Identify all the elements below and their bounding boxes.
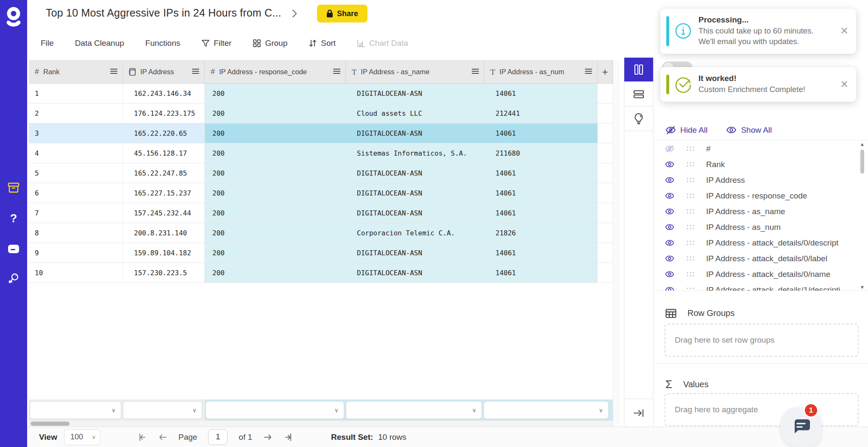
add-column-button[interactable]: + [598,61,613,83]
cell[interactable]: 2 [29,103,123,123]
eye-icon[interactable] [665,271,675,278]
cell[interactable]: 9 [29,243,123,263]
menu-data-cleanup[interactable]: Data Cleanup [75,39,124,48]
eye-off-icon[interactable] [665,145,675,153]
column-visibility-item[interactable]: IP Address - as_name [654,204,868,219]
cell[interactable]: 200 [205,263,346,282]
scroll-down-icon[interactable]: ▼ [860,285,865,290]
cell[interactable]: 21826 [484,223,598,243]
share-button[interactable]: Share [317,5,367,22]
cell[interactable]: 176.124.223.175 [123,103,205,123]
cell[interactable]: DIGITALOCEAN-ASN [346,203,484,223]
drag-handle-icon[interactable] [687,271,695,277]
tab-ideas[interactable] [624,106,653,131]
api-key-icon[interactable] [7,272,20,285]
drag-handle-icon[interactable] [687,287,695,291]
cell[interactable]: 45.156.128.17 [123,143,205,163]
horizontal-scrollbar-thumb[interactable] [31,422,70,426]
filter-dropdown-as-name[interactable]: ∨ [346,401,482,419]
table-row[interactable]: 6165.227.15.237200DIGITALOCEAN-ASN14061 [29,183,613,203]
close-icon[interactable]: ✕ [840,26,849,36]
eye-icon[interactable] [665,176,675,184]
drag-handle-icon[interactable] [687,193,695,198]
filter-dropdown-response-code[interactable]: ∨ [206,401,344,419]
eye-icon[interactable] [665,255,675,263]
cell[interactable]: DIGITALOCEAN-ASN [346,84,484,103]
column-menu-icon[interactable] [110,68,117,76]
cell[interactable]: DIGITALOCEAN-ASN [346,163,484,183]
cell[interactable]: 200 [205,143,346,163]
cell[interactable]: 162.243.146.34 [123,84,205,103]
column-visibility-item[interactable]: # [654,141,868,156]
page-size-select[interactable]: 100 ∨ [64,429,100,445]
cell[interactable]: 14061 [484,163,598,183]
column-visibility-item[interactable]: IP Address - attack_details/0/label [654,251,868,266]
column-visibility-item[interactable]: IP Address [654,172,868,188]
cell[interactable]: 200 [205,223,346,243]
scroll-up-icon[interactable]: ▲ [860,142,865,147]
column-visibility-item[interactable]: IP Address - attack_details/0/descript [654,235,868,251]
cell[interactable]: 165.22.220.65 [123,123,205,143]
cell[interactable]: Corporacion Telemic C.A. [346,223,484,243]
cell[interactable]: 200 [205,203,346,223]
gigasheet-logo-icon[interactable] [5,5,22,31]
cell[interactable]: 200 [205,243,346,263]
drag-handle-icon[interactable] [687,146,695,151]
cell[interactable]: 200 [205,123,346,143]
close-icon[interactable]: ✕ [840,79,849,89]
drag-handle-icon[interactable] [687,162,695,167]
archive-box-icon[interactable] [7,182,20,194]
cell[interactable]: 3 [29,123,123,143]
eye-icon[interactable] [665,192,675,200]
eye-icon[interactable] [665,161,675,168]
drag-handle-icon[interactable] [687,240,695,246]
cell[interactable]: DIGITALOCEAN-ASN [346,263,484,282]
cell[interactable]: 200.8.231.140 [123,223,205,243]
first-page-button[interactable] [138,433,147,441]
menu-functions[interactable]: Functions [145,39,180,48]
feedback-card-icon[interactable] [7,243,20,255]
table-row[interactable]: 445.156.128.17200Sistemas Informaticos, … [29,143,613,163]
cell[interactable]: 6 [29,183,123,203]
cell[interactable]: 8 [29,223,123,243]
cell[interactable]: 14061 [484,123,598,143]
show-all-button[interactable]: Show All [726,126,772,135]
table-row[interactable]: 2176.124.223.175200Cloud assets LLC21244… [29,103,613,123]
cell[interactable]: 200 [205,103,346,123]
chat-launcher[interactable]: 1 [781,407,821,447]
cell[interactable]: 159.89.104.182 [123,243,205,263]
cell[interactable]: 5 [29,163,123,183]
menu-filter[interactable]: Filter [201,39,231,48]
drag-handle-icon[interactable] [687,224,695,230]
column-header-as-name[interactable]: T IP Address - as_name [346,61,484,83]
cell[interactable]: Cloud assets LLC [346,103,484,123]
cell[interactable]: Sistemas Informaticos, S.A. [346,143,484,163]
column-header-as-num[interactable]: T IP Address - as_num [484,61,598,83]
cell[interactable]: 10 [29,263,123,282]
column-visibility-item[interactable]: IP Address - response_code [654,188,868,204]
cell[interactable]: 14061 [484,84,598,103]
next-page-button[interactable] [263,433,273,441]
collapse-panel-button[interactable] [624,399,653,427]
filter-dropdown-rank[interactable]: ∨ [30,401,121,419]
eye-icon[interactable] [665,239,675,247]
values-dropzone[interactable]: Drag here to aggregate [665,393,859,426]
cell[interactable]: 14061 [484,203,598,223]
cell[interactable]: 14061 [484,263,598,282]
document-title[interactable]: Top 10 Most Aggressive IPs in 24 Hours f… [46,7,281,19]
help-icon[interactable]: ? [7,212,20,225]
table-row[interactable]: 5165.22.247.85200DIGITALOCEAN-ASN14061 [29,163,613,183]
eye-icon[interactable] [665,286,675,291]
cell[interactable]: 157.230.223.5 [123,263,205,282]
filter-dropdown-as-num[interactable]: ∨ [484,401,609,419]
prev-page-button[interactable] [158,433,167,441]
menu-sort[interactable]: Sort [309,39,336,48]
cell[interactable]: 212441 [484,103,598,123]
cell[interactable]: 200 [205,163,346,183]
cell[interactable]: 14061 [484,243,598,263]
table-row[interactable]: 10157.230.223.5200DIGITALOCEAN-ASN14061 [29,263,613,283]
cell[interactable]: 7 [29,203,123,223]
cell[interactable]: DIGITALOCEAN-ASN [346,183,484,203]
cell[interactable]: 4 [29,143,123,163]
table-row[interactable]: 1162.243.146.34200DIGITALOCEAN-ASN14061 [29,84,613,103]
